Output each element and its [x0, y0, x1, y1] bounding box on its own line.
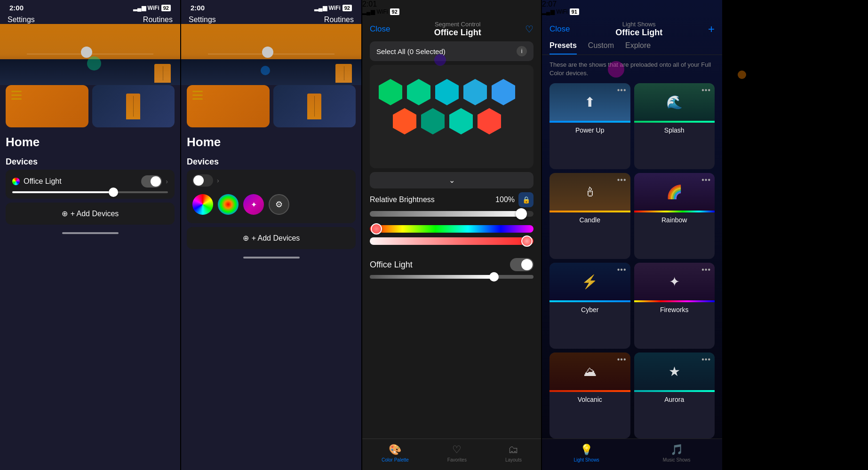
rainbow-menu[interactable]: •••: [701, 176, 711, 184]
fireworks-icon: ✦: [669, 274, 680, 290]
status-icons-1: ▂▄▆ WiFi 92: [133, 5, 171, 11]
hex-9[interactable]: [478, 108, 501, 134]
power-up-menu[interactable]: •••: [617, 86, 627, 94]
cyber-gradient: ••• ⚡: [549, 263, 630, 300]
add-devices-btn-1[interactable]: ⊕ + Add Devices: [6, 203, 175, 225]
info-circle[interactable]: i: [517, 46, 527, 56]
cyber-menu[interactable]: •••: [617, 266, 627, 274]
select-all-text[interactable]: Select All (0 Selected): [376, 47, 446, 55]
hex-3[interactable]: [435, 79, 459, 105]
hex-5[interactable]: [492, 79, 515, 105]
show-card-aurora[interactable]: ••• ★ Aurora: [634, 352, 715, 439]
toggle-knob-2: [193, 175, 204, 186]
status-icons-2: ▂▄▆ WiFi 92: [314, 5, 352, 11]
tab-explore[interactable]: Explore: [625, 41, 651, 55]
plus-btn-4[interactable]: +: [708, 23, 715, 36]
candle-menu[interactable]: •••: [617, 176, 627, 184]
lock-icon-3[interactable]: 🔒: [518, 192, 534, 207]
home-tile-menu-1[interactable]: [6, 85, 88, 127]
show-card-fireworks[interactable]: ••• ✦ Fireworks: [634, 263, 715, 349]
brightness-fill: [370, 211, 526, 217]
office-light-toggle[interactable]: [510, 258, 534, 271]
show-card-volcanic[interactable]: ••• ⛰ Volcanic: [549, 352, 630, 439]
device-name-1: Office Light: [24, 177, 62, 186]
slider-knob-1[interactable]: [81, 47, 92, 58]
hex-2[interactable]: [407, 79, 430, 105]
rainbow-slider[interactable]: [370, 225, 534, 233]
brightness-label: Relative Brightness: [370, 196, 435, 204]
room-floor-1: [0, 59, 180, 85]
nav-layouts[interactable]: 🗂 Layouts: [505, 444, 522, 462]
show-card-rainbow[interactable]: ••• 🌈 Rainbow: [634, 173, 715, 259]
cyber-label: Cyber: [549, 302, 630, 317]
close-btn-4[interactable]: Close: [549, 24, 570, 34]
toggle-knob-1: [151, 176, 161, 187]
show-card-candle[interactable]: ••• 🕯 Candle: [549, 173, 630, 259]
signal-icon-4: ▂▄▆: [542, 8, 555, 15]
hex-6[interactable]: [393, 108, 416, 134]
tab-custom[interactable]: Custom: [588, 41, 614, 55]
wifi-icon-2: WiFi: [329, 5, 341, 11]
hamburger-icon-1: [11, 91, 22, 100]
show-card-cyber[interactable]: ••• ⚡ Cyber: [549, 263, 630, 349]
heart-icon-3[interactable]: ♡: [525, 24, 534, 35]
device-toggle-2[interactable]: [192, 174, 213, 187]
seg-title-group: Segment Control Office Light: [434, 21, 481, 38]
splash-menu[interactable]: •••: [701, 86, 711, 94]
nav-favorites-label: Favorites: [447, 457, 467, 462]
add-devices-btn-2[interactable]: ⊕ + Add Devices: [187, 227, 356, 249]
nav-music-shows[interactable]: 🎵 Music Shows: [663, 444, 691, 462]
ls-bottom-nav: 💡 Light Shows 🎵 Music Shows: [542, 439, 722, 470]
saturation-slider[interactable]: [370, 237, 534, 245]
routines-btn-2[interactable]: Routines: [324, 16, 354, 24]
nav-color-palette[interactable]: 🎨 Color Palette: [382, 444, 409, 462]
volcanic-gradient: ••• ⛰: [549, 352, 630, 390]
slider-knob-2[interactable]: [262, 47, 273, 58]
add-devices-label-2: + Add Devices: [252, 234, 300, 243]
office-brightness-bar[interactable]: [370, 275, 534, 279]
fireworks-menu[interactable]: •••: [701, 266, 711, 274]
settings-btn-2[interactable]: Settings: [189, 16, 216, 24]
chevron-down-bar[interactable]: ⌄: [370, 172, 534, 188]
brightness-bar[interactable]: [370, 211, 534, 217]
hex-7[interactable]: [421, 108, 445, 134]
hex-grid: [370, 65, 534, 168]
hexagon-grid-svg: [376, 74, 527, 159]
show-card-power-up[interactable]: ••• ⬆ Power Up: [549, 83, 630, 169]
nav-light-shows[interactable]: 💡 Light Shows: [573, 444, 599, 462]
settings-icon-2[interactable]: ⚙: [269, 194, 289, 215]
brightness-thumb-3[interactable]: [516, 208, 527, 219]
power-up-label: Power Up: [549, 123, 630, 138]
favorites-icon: ♡: [452, 444, 462, 456]
dots-icon-2[interactable]: [218, 194, 239, 215]
layouts-icon: 🗂: [508, 444, 518, 456]
color-wheel-icon-2[interactable]: [192, 194, 213, 215]
effects-icon-2[interactable]: ✦: [243, 194, 264, 215]
tab-presets[interactable]: Presets: [549, 41, 577, 55]
brightness-slider-1[interactable]: [12, 191, 168, 193]
status-bar-2: 2:00 ▂▄▆ WiFi 92: [181, 0, 361, 14]
volcanic-menu[interactable]: •••: [617, 355, 627, 364]
routines-btn-1[interactable]: Routines: [143, 16, 173, 24]
seg-header: Close Segment Control Office Light ♡: [362, 15, 541, 41]
show-card-splash[interactable]: ••• 🌊 Splash: [634, 83, 715, 169]
aurora-menu[interactable]: •••: [701, 355, 711, 364]
signal-icon-2: ▂▄▆: [314, 5, 327, 11]
volcanic-icon: ⛰: [583, 364, 597, 379]
hex-4[interactable]: [463, 79, 487, 105]
devices-section-1: Devices Office Light ›: [6, 155, 175, 228]
nav-favorites[interactable]: ♡ Favorites: [447, 444, 467, 462]
close-btn-3[interactable]: Close: [370, 24, 390, 34]
home-tile-door-2[interactable]: [273, 85, 356, 127]
settings-btn-1[interactable]: Settings: [8, 16, 35, 24]
nav-light-shows-label: Light Shows: [573, 457, 599, 462]
device-toggle-1[interactable]: [141, 175, 162, 188]
nav-music-shows-label: Music Shows: [663, 457, 691, 462]
hex-8[interactable]: [449, 108, 473, 134]
status-bar-3: 2:01 ▂▄▆ WiFi 92: [362, 0, 541, 15]
home-tile-menu-2[interactable]: [187, 85, 270, 127]
light-shows-icon: 💡: [580, 444, 593, 456]
home-tile-door-1[interactable]: [92, 85, 175, 127]
hex-1[interactable]: [379, 79, 402, 105]
signal-icon-3: ▂▄▆: [362, 8, 375, 15]
